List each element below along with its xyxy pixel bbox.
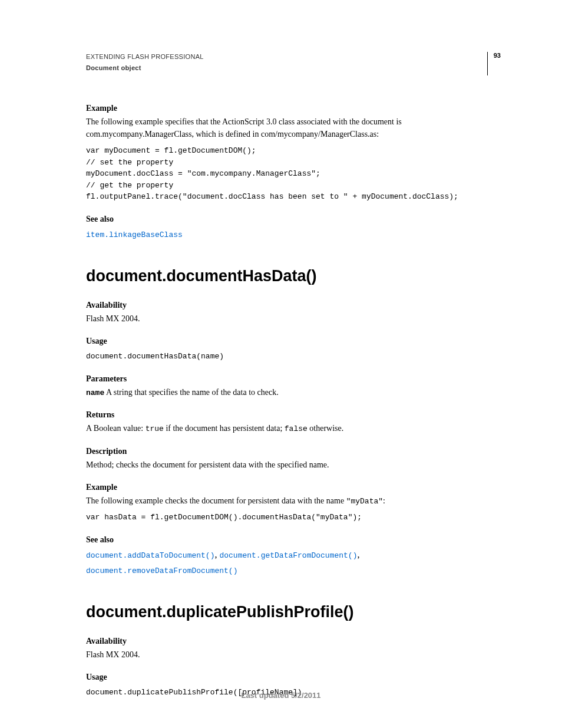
returns-prefix: A Boolean value: [86, 424, 146, 433]
see-also-links: item.linkageBaseClass [86, 226, 501, 242]
footer-text: Last updated 5/2/2011 [0, 691, 562, 700]
returns-text: A Boolean value: true if the document ha… [86, 422, 501, 435]
usage-code: document.documentHasData(name) [86, 351, 501, 363]
example-suffix: : [383, 496, 385, 505]
code-block: var myDocument = fl.getDocumentDOM(); //… [86, 145, 501, 203]
doc-subtitle: Document object [86, 63, 204, 73]
doc-title: EXTENDING FLASH PROFESSIONAL [86, 52, 204, 62]
link-linkage-base-class[interactable]: item.linkageBaseClass [86, 230, 183, 239]
example-text: The following example specifies that the… [86, 116, 501, 140]
returns-label: Returns [86, 410, 501, 420]
description-text: Method; checks the document for persiste… [86, 459, 501, 471]
returns-true: true [146, 424, 164, 433]
header-left: EXTENDING FLASH PROFESSIONAL Document ob… [86, 52, 204, 73]
link-removedatafromdocument[interactable]: document.removeDataFromDocument() [86, 566, 237, 575]
comma: , [357, 549, 359, 559]
link-adddatatodocument[interactable]: document.addDataToDocument() [86, 551, 214, 560]
returns-mid: if the document has persistent data; [164, 424, 285, 433]
see-also-label-2: See also [86, 535, 501, 545]
returns-suffix: otherwise. [308, 424, 343, 433]
example-inline-code: "myData" [346, 497, 383, 506]
heading-duplicatepublishprofile: document.duplicatePublishProfile() [86, 603, 501, 621]
example-label-2: Example [86, 483, 501, 492]
usage-label-3: Usage [86, 673, 501, 682]
see-also-links-2: document.addDataToDocument(), document.g… [86, 547, 501, 578]
availability-label: Availability [86, 301, 501, 310]
parameters-label: Parameters [86, 374, 501, 384]
param-name: name [86, 388, 104, 397]
description-label: Description [86, 447, 501, 456]
page: EXTENDING FLASH PROFESSIONAL Document ob… [0, 0, 562, 728]
page-number: 93 [494, 52, 501, 59]
see-also-label: See also [86, 215, 501, 224]
availability-label-3: Availability [86, 637, 501, 646]
example-label: Example [86, 104, 501, 113]
page-header: EXTENDING FLASH PROFESSIONAL Document ob… [86, 52, 501, 75]
heading-documenthasdata: document.documentHasData() [86, 267, 501, 285]
param-desc: A string that specifies the name of the … [104, 388, 278, 397]
page-number-container: 93 [487, 52, 501, 75]
example-code-2: var hasData = fl.getDocumentDOM().docume… [86, 512, 501, 523]
returns-false: false [285, 424, 308, 433]
usage-label: Usage [86, 337, 501, 346]
link-getdatafromdocument[interactable]: document.getDataFromDocument() [219, 551, 357, 560]
parameter-row: name A string that specifies the name of… [86, 386, 501, 399]
availability-text-3: Flash MX 2004. [86, 648, 501, 661]
example-prefix: The following example checks the documen… [86, 496, 346, 505]
example-text-2: The following example checks the documen… [86, 495, 501, 508]
availability-text: Flash MX 2004. [86, 312, 501, 325]
